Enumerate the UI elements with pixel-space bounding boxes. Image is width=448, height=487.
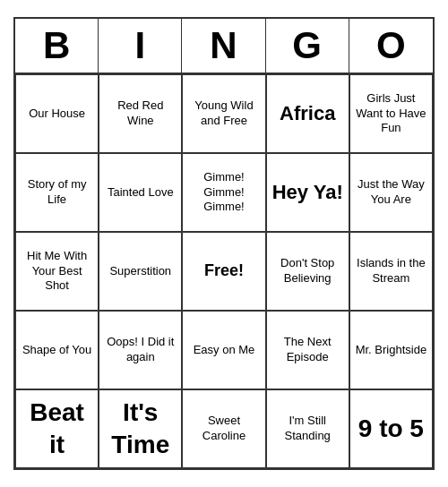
bingo-cell: Our House — [15, 74, 99, 153]
bingo-cell: Africa — [266, 74, 349, 153]
bingo-cell: Don't Stop Believing — [266, 232, 349, 311]
bingo-cell: Red Red Wine — [99, 74, 182, 153]
bingo-cell: Islands in the Stream — [349, 232, 433, 311]
bingo-cell: The Next Episode — [266, 311, 349, 389]
bingo-letter: O — [349, 19, 433, 73]
bingo-cell: Easy on Me — [182, 311, 265, 389]
bingo-cell: Story of my Life — [15, 153, 99, 232]
bingo-cell: I'm Still Standing — [266, 389, 349, 468]
bingo-cell: Girls Just Want to Have Fun — [349, 74, 433, 153]
bingo-cell: Hey Ya! — [266, 153, 349, 232]
bingo-cell: Free! — [182, 232, 265, 311]
bingo-cell: Young Wild and Free — [182, 74, 265, 153]
bingo-cell: 9 to 5 — [349, 389, 433, 468]
bingo-letter: B — [15, 19, 99, 73]
bingo-cell: Superstition — [99, 232, 182, 311]
bingo-cell: It's Time — [99, 389, 182, 468]
bingo-letter: N — [182, 19, 265, 73]
bingo-cell: Shape of You — [15, 311, 99, 389]
bingo-header: BINGO — [15, 19, 433, 74]
bingo-cell: Just the Way You Are — [349, 153, 433, 232]
bingo-cell: Oops! I Did it again — [99, 311, 182, 389]
bingo-cell: Sweet Caroline — [182, 389, 265, 468]
bingo-cell: Tainted Love — [99, 153, 182, 232]
bingo-letter: I — [99, 19, 182, 73]
bingo-cell: Beat it — [15, 389, 99, 468]
bingo-cell: Hit Me With Your Best Shot — [15, 232, 99, 311]
bingo-grid: Our HouseRed Red WineYoung Wild and Free… — [15, 74, 433, 468]
bingo-cell: Mr. Brightside — [349, 311, 433, 389]
bingo-card: BINGO Our HouseRed Red WineYoung Wild an… — [13, 17, 435, 470]
bingo-cell: Gimme! Gimme! Gimme! — [182, 153, 265, 232]
bingo-letter: G — [266, 19, 349, 73]
